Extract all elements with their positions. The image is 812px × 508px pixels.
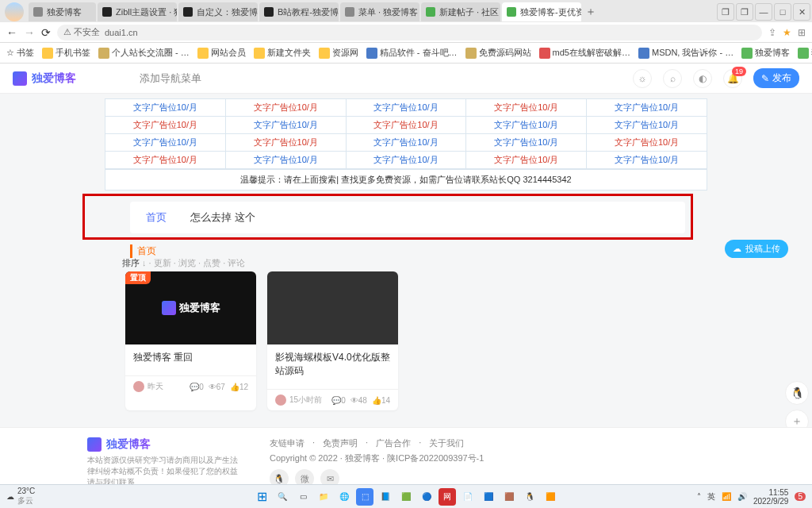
taskbar-app-icon[interactable]: 网: [439, 488, 456, 506]
tray-ime-icon[interactable]: 英: [707, 491, 715, 502]
notification-bell-icon[interactable]: 🔔19: [723, 69, 742, 88]
ad-slot-link[interactable]: 文字广告位10/月: [254, 137, 318, 147]
tab-4[interactable]: 菜单 · 独爱博客 — Wo…: [340, 2, 419, 21]
ad-slot-link[interactable]: 文字广告位10/月: [615, 120, 679, 129]
bookmark-item[interactable]: 精品软件 - 奋斗吧…: [366, 47, 458, 59]
tray-chevron-icon[interactable]: ˄: [697, 492, 701, 501]
taskbar-edge-icon[interactable]: 🌐: [335, 488, 353, 506]
taskbar-app-icon[interactable]: 🐧: [521, 488, 538, 506]
taskbar-taskview-icon[interactable]: ▭: [294, 488, 312, 506]
bookmark-item[interactable]: 独爱博客: [741, 47, 790, 59]
social-weibo-icon[interactable]: 微: [295, 469, 314, 484]
bookmark-item[interactable]: 免费源码网站: [465, 47, 531, 59]
taskbar-clock[interactable]: 11:552022/9/29: [753, 488, 789, 506]
ad-slot-link[interactable]: 文字广告位10/月: [133, 102, 197, 112]
nav-menu-placeholder[interactable]: 添加导航菜单: [140, 71, 201, 86]
security-warning[interactable]: ⚠ 不安全: [63, 26, 100, 38]
bookmark-item[interactable]: 手机书签: [42, 47, 90, 59]
ad-slot-link[interactable]: 文字广告位10/月: [133, 155, 197, 164]
forward-button[interactable]: →: [24, 26, 35, 39]
taskbar-app-icon[interactable]: 🟦: [480, 488, 497, 506]
taskbar-chrome-icon[interactable]: 🔵: [418, 488, 435, 506]
bookmark-item[interactable]: 新建文件夹: [254, 47, 311, 59]
taskbar-app-icon[interactable]: ⬚: [356, 488, 373, 506]
back-button[interactable]: ←: [6, 26, 17, 39]
social-qq-icon[interactable]: 🐧: [270, 469, 289, 484]
address-bar[interactable]: ⚠ 不安全 duai1.cn: [57, 25, 762, 40]
ad-slot-link[interactable]: 文字广告位10/月: [133, 137, 197, 147]
taskbar-app-icon[interactable]: 🟧: [542, 488, 559, 506]
bookmark-item[interactable]: md5在线解密破解…: [539, 47, 630, 59]
bookmark-item[interactable]: 网站会员: [197, 47, 246, 59]
ad-slot-link[interactable]: 文字广告位10/月: [373, 155, 438, 164]
window-restore-2[interactable]: ❐: [736, 3, 753, 21]
breadcrumb-home[interactable]: 首页: [146, 210, 167, 225]
extensions-icon[interactable]: ⊞: [798, 27, 806, 38]
reload-button[interactable]: ⟳: [41, 26, 51, 39]
taskbar-explorer-icon[interactable]: 📁: [315, 488, 332, 506]
ad-slot-link[interactable]: 文字广告位10/月: [254, 120, 318, 129]
ad-slot-link[interactable]: 文字广告位10/月: [494, 120, 558, 129]
ad-slot-link[interactable]: 文字广告位10/月: [494, 102, 558, 112]
footer-logo[interactable]: 独爱博客: [87, 437, 238, 452]
search-icon[interactable]: ⌕: [663, 69, 682, 88]
favorite-icon[interactable]: ★: [783, 27, 791, 38]
window-restore-1[interactable]: ❐: [717, 3, 734, 21]
bookmark-item[interactable]: 个人站长交流圈 - …: [98, 47, 190, 59]
window-close[interactable]: ✕: [793, 3, 810, 21]
ad-slot-link[interactable]: 文字广告位10/月: [254, 155, 318, 164]
sun-icon[interactable]: ☼: [633, 69, 652, 88]
footer-link[interactable]: 广告合作: [376, 437, 411, 449]
new-tab-button[interactable]: ＋: [583, 5, 599, 19]
tab-1[interactable]: Zibll主题设置 · 独爱博…: [98, 2, 177, 21]
ad-slot-link[interactable]: 文字广告位10/月: [494, 137, 558, 147]
sort-option[interactable]: 点赞: [203, 258, 220, 267]
sort-option[interactable]: 更新: [154, 258, 171, 267]
bookmark-item[interactable]: MSDN, 我告诉你 - …: [638, 47, 733, 59]
bookmark-item[interactable]: ☆ 书签: [6, 47, 34, 59]
tray-volume-icon[interactable]: 🔊: [737, 492, 747, 501]
tab-5[interactable]: 新建帖子 · 社区 -Wordp…: [421, 2, 500, 21]
profile-avatar[interactable]: [5, 2, 24, 21]
tab-3[interactable]: B站教程-独爱博客: [259, 2, 339, 21]
footer-link[interactable]: 友链申请: [270, 437, 304, 449]
ad-slot-link[interactable]: 文字广告位10/月: [494, 155, 558, 164]
taskbar-app-icon[interactable]: 📄: [459, 488, 477, 506]
bookmark-item[interactable]: 资源网: [319, 47, 358, 59]
sort-option[interactable]: 评论: [228, 258, 245, 267]
taskbar-weather[interactable]: ☁ 23°C多云: [6, 487, 35, 506]
theme-toggle-icon[interactable]: ◐: [693, 69, 712, 88]
tray-notif-badge[interactable]: 5: [795, 492, 806, 501]
taskbar-app-icon[interactable]: 🟫: [500, 488, 518, 506]
publish-button[interactable]: ✎ 发布: [753, 68, 799, 88]
sort-option[interactable]: 浏览: [178, 258, 196, 267]
site-logo[interactable]: 独爱博客: [13, 71, 76, 86]
ad-slot-link[interactable]: 文字广告位10/月: [373, 137, 438, 147]
tab-2[interactable]: 自定义：独爱博客-更优…: [178, 2, 258, 21]
window-minimize[interactable]: —: [755, 3, 772, 21]
social-mail-icon[interactable]: ✉: [320, 469, 339, 484]
footer-link[interactable]: 免责声明: [323, 437, 358, 449]
tab-6-active[interactable]: 独爱博客-更优资的…✕: [502, 2, 581, 21]
post-card[interactable]: 置顶 独爱博客 独爱博客 重回 昨天 💬0 👁67 👍12: [125, 271, 256, 410]
ad-slot-link[interactable]: 文字广告位10/月: [254, 102, 318, 112]
taskbar-app-icon[interactable]: 🟩: [397, 488, 415, 506]
taskbar-app-icon[interactable]: 📘: [377, 488, 394, 506]
ad-slot-link[interactable]: 文字广告位10/月: [615, 137, 679, 147]
taskbar-search-icon[interactable]: 🔍: [274, 488, 291, 506]
window-maximize[interactable]: □: [774, 3, 791, 21]
float-qq-icon[interactable]: 🐧: [785, 381, 809, 405]
ad-slot-link[interactable]: 文字广告位10/月: [615, 155, 679, 164]
bookmark-item[interactable]: 独爱博客 - 要优资的…: [798, 47, 812, 59]
share-icon[interactable]: ⇪: [768, 27, 776, 38]
footer-link[interactable]: 关于我们: [429, 437, 464, 449]
post-card[interactable]: 影视海螺模板V4.0优化版整站源码 15小时前 💬0 👁48 👍14: [267, 271, 398, 410]
tab-0[interactable]: 独爱博客: [29, 2, 96, 21]
ad-slot-link[interactable]: 文字广告位10/月: [373, 120, 438, 129]
ad-slot-link[interactable]: 文字广告位10/月: [373, 102, 438, 112]
ad-slot-link[interactable]: 文字广告位10/月: [133, 120, 197, 129]
ad-slot-link[interactable]: 文字广告位10/月: [615, 102, 679, 112]
upload-button[interactable]: ☁ 投稿上传: [725, 240, 788, 258]
start-button[interactable]: ⊞: [253, 488, 270, 506]
tray-wifi-icon[interactable]: 📶: [722, 492, 731, 501]
